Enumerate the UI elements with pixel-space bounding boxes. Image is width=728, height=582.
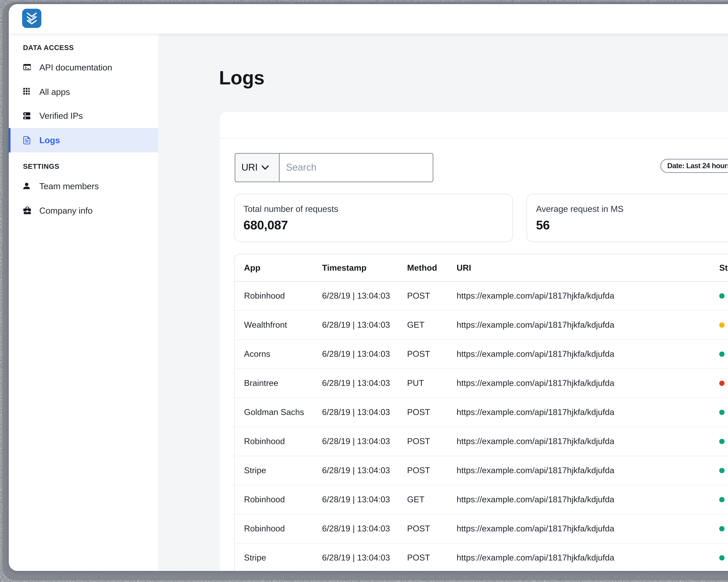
cell-app: Robinhood [235,281,313,310]
cell-timestamp: 6/28/19 | 13:04:03 [313,368,398,397]
column-header-status[interactable]: Status [710,254,728,281]
cell-timestamp: 6/28/19 | 13:04:03 [313,281,398,310]
sidebar-item-label: Company info [39,205,93,215]
cell-uri: https://example.com/api/1817hjkfa/kdjufd… [447,426,710,455]
cell-uri: https://example.com/api/1817hjkfa/kdjufd… [447,281,710,310]
sidebar: DATA ACCESS API documentation [8,33,158,571]
column-header-timestamp[interactable]: Timestamp [313,254,398,281]
top-navigation-bar: Support J [8,4,728,33]
cell-app: Robinhood [235,514,313,543]
stat-value: 56 [536,218,728,233]
server-icon [23,112,39,119]
cell-timestamp: 6/28/19 | 13:04:03 [313,397,398,426]
table-row[interactable]: Robinhood 6/28/19 | 13:04:03 POST https:… [235,281,728,310]
cell-uri: https://example.com/api/1817hjkfa/kdjufd… [447,455,710,484]
status-dot [719,323,724,327]
cell-app: Goldman Sachs [235,397,313,426]
table-row[interactable]: Acorns 6/28/19 | 13:04:03 POST https://e… [235,339,728,368]
cell-method: GET [398,310,447,339]
sidebar-item-label: All apps [39,87,70,96]
cell-uri: https://example.com/api/1817hjkfa/kdjufd… [447,514,710,543]
cell-status: 200 [710,426,728,455]
status-dot [719,352,724,357]
cell-timestamp: 6/28/19 | 13:04:03 [313,310,398,339]
cell-uri: https://example.com/api/1817hjkfa/kdjufd… [447,310,710,339]
cell-uri: https://example.com/api/1817hjkfa/kdjufd… [447,397,710,426]
cell-uri: https://example.com/api/1817hjkfa/kdjufd… [447,339,710,368]
cell-timestamp: 6/28/19 | 13:04:03 [313,514,398,543]
date-filter-label: Date: Last 24 hours [667,162,728,170]
cell-app: Robinhood [235,484,313,514]
cell-status: 500 [710,368,728,397]
app-window: Support J DATA ACCESS [8,4,728,571]
briefcase-icon [23,206,39,214]
terminal-icon [23,64,39,70]
sidebar-item-all-apps[interactable]: All apps [8,79,158,104]
cell-app: Stripe [235,455,313,484]
table-row[interactable]: Robinhood 6/28/19 | 13:04:03 POST https:… [235,426,728,455]
cell-timestamp: 6/28/19 | 13:04:03 [313,339,398,368]
cell-timestamp: 6/28/19 | 13:04:03 [313,426,398,455]
date-filter-pill[interactable]: Date: Last 24 hours [660,159,728,173]
table-row[interactable]: Goldman Sachs 6/28/19 | 13:04:03 POST ht… [235,397,728,426]
cell-status: 200 [710,455,728,484]
table-row[interactable]: Wealthfront 6/28/19 | 13:04:03 GET https… [235,310,728,339]
logs-table: App Timestamp Method URI Status Duration… [234,254,728,571]
table-header-row: App Timestamp Method URI Status Duration [235,254,728,281]
cell-app: Stripe [235,543,313,571]
sidebar-item-label: Verified IPs [39,111,83,121]
cell-status: 200 [710,281,728,310]
cell-timestamp: 6/28/19 | 13:04:03 [313,455,398,484]
cell-status: 200 [710,339,728,368]
table-row[interactable]: Robinhood 6/28/19 | 13:04:03 GET https:/… [235,484,728,514]
sidebar-item-label: Logs [39,135,60,145]
cell-method: POST [398,281,447,310]
cell-method: POST [398,543,447,571]
chevron-down-icon [262,165,269,170]
status-dot [719,497,724,502]
sidebar-item-logs[interactable]: Logs [8,128,158,152]
status-dot [719,468,724,473]
sidebar-item-team-members[interactable]: Team members [8,174,158,198]
column-header-uri[interactable]: URI [447,254,710,281]
stage: Support J DATA ACCESS [0,0,728,582]
cell-uri: https://example.com/api/1817hjkfa/kdjufd… [447,484,710,514]
table-row[interactable]: Stripe 6/28/19 | 13:04:03 POST https://e… [235,543,728,571]
status-dot [719,381,724,386]
cell-uri: https://example.com/api/1817hjkfa/kdjufd… [447,543,710,571]
sidebar-section-settings: SETTINGS [8,152,158,174]
stat-label: Average request in MS [536,204,728,214]
cell-timestamp: 6/28/19 | 13:04:03 [313,543,398,571]
cell-method: POST [398,514,447,543]
sidebar-item-verified-ips[interactable]: Verified IPs [8,104,158,128]
column-header-method[interactable]: Method [398,254,447,281]
status-dot [719,526,724,531]
stat-average-request: Average request in MS 56 [527,194,728,242]
cell-app: Robinhood [235,426,313,455]
sidebar-section-data-access: DATA ACCESS [8,33,158,55]
table-row[interactable]: Robinhood 6/28/19 | 13:04:03 POST https:… [235,514,728,543]
status-dot [719,293,724,298]
cell-app: Braintree [235,368,313,397]
table-row[interactable]: Stripe 6/28/19 | 13:04:03 POST https://e… [235,455,728,484]
search-input[interactable] [279,154,433,182]
cell-method: GET [398,484,447,514]
stat-label: Total number of requests [243,204,512,214]
cell-status: 200 [710,484,728,514]
column-header-app[interactable]: App [235,254,313,281]
logo-chevrons-icon [27,12,37,24]
search-field-selector[interactable]: URI [235,154,279,182]
status-dot [719,555,724,560]
search-field-selector-label: URI [241,162,258,173]
cell-method: POST [398,397,447,426]
stat-total-requests: Total number of requests 680,087 [234,194,513,242]
search-group: URI [234,153,433,182]
sidebar-item-company-info[interactable]: Company info [8,198,158,222]
app-logo[interactable] [22,8,41,28]
cell-method: PUT [398,368,447,397]
grid-icon [23,88,39,95]
filter-pills: Date: Last 24 hours Filter [660,159,728,173]
table-row[interactable]: Braintree 6/28/19 | 13:04:03 PUT https:/… [235,368,728,397]
sidebar-item-api-documentation[interactable]: API documentation [8,55,158,79]
cell-uri: https://example.com/api/1817hjkfa/kdjufd… [447,368,710,397]
